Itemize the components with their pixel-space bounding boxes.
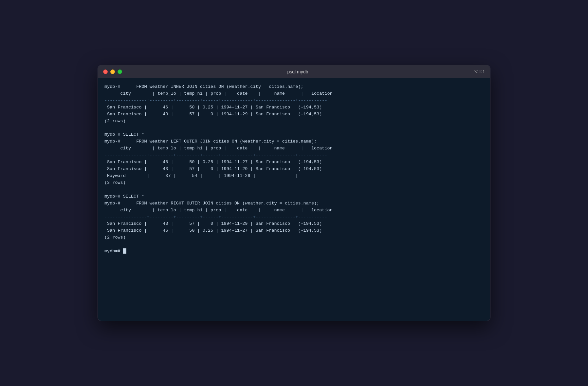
terminal-window: psql mydb ⌥⌘1 mydb-# FROM weather INNER … bbox=[98, 65, 490, 321]
minimize-button[interactable] bbox=[110, 69, 115, 74]
terminal-content: mydb-# FROM weather INNER JOIN cities ON… bbox=[104, 84, 484, 255]
terminal-body[interactable]: mydb-# FROM weather INNER JOIN cities ON… bbox=[98, 78, 490, 321]
window-shortcut: ⌥⌘1 bbox=[473, 69, 485, 74]
close-button[interactable] bbox=[103, 69, 108, 74]
terminal-cursor bbox=[123, 248, 126, 254]
window-title: psql mydb bbox=[287, 69, 308, 74]
titlebar: psql mydb ⌥⌘1 bbox=[98, 65, 490, 78]
maximize-button[interactable] bbox=[118, 69, 122, 74]
traffic-lights bbox=[103, 69, 122, 74]
